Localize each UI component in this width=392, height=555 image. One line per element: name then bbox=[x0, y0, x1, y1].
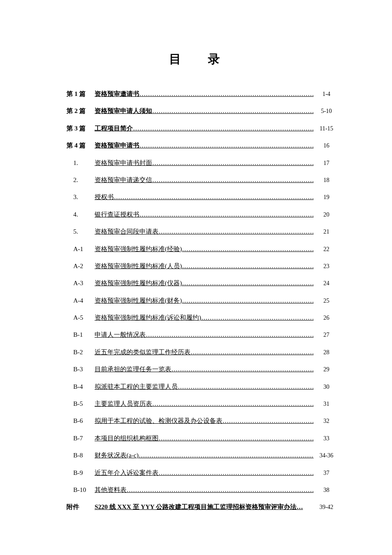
toc-entry-label: A-5 bbox=[64, 312, 95, 323]
toc-entry-page: 16 bbox=[314, 141, 337, 150]
toc-title-cell: 资格预审邀请书 bbox=[95, 89, 314, 99]
toc-row: 第 2 篇资格预审申请人须知5-10 bbox=[64, 106, 337, 116]
toc-leader-dots bbox=[182, 278, 314, 288]
toc-entry-page: 23 bbox=[314, 262, 337, 271]
toc-leader-dots bbox=[127, 485, 314, 495]
toc-leader-dots bbox=[133, 123, 314, 133]
toc-entry-label: B-5 bbox=[64, 399, 95, 409]
toc-title-cell: 主要监理人员资历表 bbox=[95, 399, 314, 409]
toc-entry-link[interactable]: 拟派驻本工程的主要监理人员 bbox=[95, 382, 178, 392]
toc-entry-page: 21 bbox=[314, 227, 337, 237]
toc-entry-page: 19 bbox=[314, 193, 337, 202]
toc-entry-page: 24 bbox=[314, 279, 337, 288]
toc-leader-dots bbox=[139, 140, 314, 150]
toc-entry-label: B-4 bbox=[64, 382, 95, 392]
toc-leader-dots bbox=[159, 433, 314, 443]
toc-entry-label: A-1 bbox=[64, 244, 95, 254]
toc-entry-link[interactable]: 工程项目简介 bbox=[95, 123, 133, 133]
toc-title-cell: 授权书 bbox=[95, 192, 314, 202]
toc-entry-page: 18 bbox=[314, 176, 337, 185]
toc-title-cell: 银行查证授权书 bbox=[95, 209, 314, 220]
toc-entry-label: B-9 bbox=[64, 468, 95, 478]
toc-entry-link[interactable]: 近五年完成的类似监理工作经历表 bbox=[95, 347, 190, 357]
toc-leader-dots bbox=[138, 450, 314, 460]
toc-entry-page: 26 bbox=[314, 313, 337, 323]
toc-entry-link[interactable]: 近五年介入诉讼案件表 bbox=[95, 468, 159, 478]
toc-entry-page: 25 bbox=[314, 296, 337, 306]
toc-entry-label: 第 4 篇 bbox=[64, 140, 95, 150]
toc-title-cell: 资格预审强制性履约标准(财务) bbox=[95, 295, 314, 306]
toc-entry-link[interactable]: 授权书 bbox=[95, 192, 114, 202]
toc-entry-link[interactable]: 资格预审强制性履约标准(经验) bbox=[95, 244, 182, 254]
toc-entry-label: A-2 bbox=[64, 261, 95, 271]
toc-row: 1.资格预审申请书封面17 bbox=[64, 158, 337, 168]
toc-title-cell: 资格预审强制性履约标准(仪器) bbox=[95, 278, 314, 288]
toc-title-cell: 资格预审强制性履约标准(诉讼和履约) bbox=[95, 312, 314, 323]
toc-entry-link[interactable]: 资格预审合同段申请表 bbox=[95, 226, 159, 237]
toc-entry-label: A-3 bbox=[64, 278, 95, 288]
toc-entry-label: 第 2 篇 bbox=[64, 106, 95, 116]
toc-leader-dots bbox=[178, 382, 314, 392]
toc-title-cell: 资格预审合同段申请表 bbox=[95, 226, 314, 237]
toc-entry-page: 32 bbox=[314, 416, 337, 426]
toc-entry-label: B-2 bbox=[64, 347, 95, 357]
toc-entry-page: 1-4 bbox=[314, 90, 337, 99]
toc-title-cell: 申请人一般情况表 bbox=[95, 330, 314, 340]
toc-entry-link[interactable]: 资格预审申请递交信 bbox=[95, 175, 152, 185]
toc-entry-page: 20 bbox=[314, 210, 337, 220]
toc-row: A-3资格预审强制性履约标准(仪器)24 bbox=[64, 278, 337, 288]
toc-entry-page: 33 bbox=[314, 434, 337, 443]
toc-entry-link[interactable]: 财务状况表(a-c) bbox=[95, 450, 138, 460]
toc-entry-label: A-4 bbox=[64, 295, 95, 306]
toc-entry-link[interactable]: 申请人一般情况表 bbox=[95, 330, 146, 340]
toc-entry-link[interactable]: 资格预审强制性履约标准(人员) bbox=[95, 261, 182, 271]
toc-entry-label: 附件 bbox=[64, 502, 95, 512]
toc-row: 4.银行查证授权书20 bbox=[64, 209, 337, 220]
toc-entry-label: 2. bbox=[64, 175, 95, 185]
toc-title-cell: 财务状况表(a-c) bbox=[95, 450, 314, 460]
toc-row: B-10其他资料表38 bbox=[64, 485, 337, 495]
toc-row: A-1资格预审强制性履约标准(经验)22 bbox=[64, 244, 337, 254]
toc-entry-page: 11-15 bbox=[314, 124, 337, 133]
toc-row: A-5资格预审强制性履约标准(诉讼和履约)26 bbox=[64, 312, 337, 323]
toc-entry-label: B-1 bbox=[64, 330, 95, 340]
toc-entry-label: 第 1 篇 bbox=[64, 89, 95, 99]
toc-entry-link[interactable]: 资格预审申请人须知 bbox=[95, 106, 152, 116]
toc-row: B-6拟用于本工程的试验、检测仪器及办公设备表32 bbox=[64, 416, 337, 426]
toc-entry-link[interactable]: 主要监理人员资历表 bbox=[95, 399, 152, 409]
toc-entry-label: 3. bbox=[64, 192, 95, 202]
toc-leader-dots bbox=[171, 364, 314, 374]
toc-entry-link[interactable]: 资格预审强制性履约标准(诉讼和履约) bbox=[95, 312, 201, 323]
toc-title-cell: 资格预审强制性履约标准(人员) bbox=[95, 261, 314, 271]
toc-entry-page: 31 bbox=[314, 399, 337, 409]
toc-title-cell: 目前承担的监理任务一览表 bbox=[95, 364, 314, 374]
toc-leader-dots bbox=[152, 399, 314, 409]
toc-entry-link[interactable]: 银行查证授权书 bbox=[95, 209, 139, 220]
toc-row: B-2近五年完成的类似监理工作经历表28 bbox=[64, 347, 337, 357]
toc-row: 5.资格预审合同段申请表21 bbox=[64, 226, 337, 237]
toc-entry-page: 17 bbox=[314, 159, 337, 168]
toc-entry-page: 28 bbox=[314, 348, 337, 357]
toc-row: 第 3 篇工程项目简介11-15 bbox=[64, 123, 337, 133]
toc-entry-link[interactable]: 拟用于本工程的试验、检测仪器及办公设备表 bbox=[95, 416, 222, 426]
toc-entry-link[interactable]: S220 线 XXX 至 YYY 公路改建工程项目施工监理招标资格预审评审办法… bbox=[95, 502, 303, 512]
toc-leader-dots bbox=[152, 175, 314, 185]
toc-leader-dots bbox=[222, 416, 314, 426]
toc-entry-link[interactable]: 其他资料表 bbox=[95, 485, 127, 495]
toc-entry-page: 38 bbox=[314, 486, 337, 495]
toc-title-cell: 资格预审申请书 bbox=[95, 140, 314, 150]
toc-entry-link[interactable]: 目前承担的监理任务一览表 bbox=[95, 364, 171, 374]
page-container: 目 录 第 1 篇资格预审邀请书1-4第 2 篇资格预审申请人须知5-10第 3… bbox=[0, 0, 392, 545]
toc-entry-link[interactable]: 资格预审强制性履约标准(仪器) bbox=[95, 278, 182, 288]
toc-entry-link[interactable]: 资格预审申请书 bbox=[95, 140, 139, 150]
toc-leader-dots bbox=[201, 312, 314, 323]
toc-entry-page: 39-42 bbox=[314, 503, 337, 512]
toc-entry-link[interactable]: 资格预审申请书封面 bbox=[95, 158, 152, 168]
toc-leader-dots bbox=[139, 209, 314, 220]
toc-entry-link[interactable]: 资格预审强制性履约标准(财务) bbox=[95, 295, 182, 306]
toc-title-cell: 拟用于本工程的试验、检测仪器及办公设备表 bbox=[95, 416, 314, 426]
toc-leader-dots bbox=[190, 347, 314, 357]
toc-entry-link[interactable]: 资格预审邀请书 bbox=[95, 89, 139, 99]
toc-entry-page: 5-10 bbox=[314, 107, 337, 116]
toc-entry-link[interactable]: 本项目的组织机构框图 bbox=[95, 433, 159, 443]
